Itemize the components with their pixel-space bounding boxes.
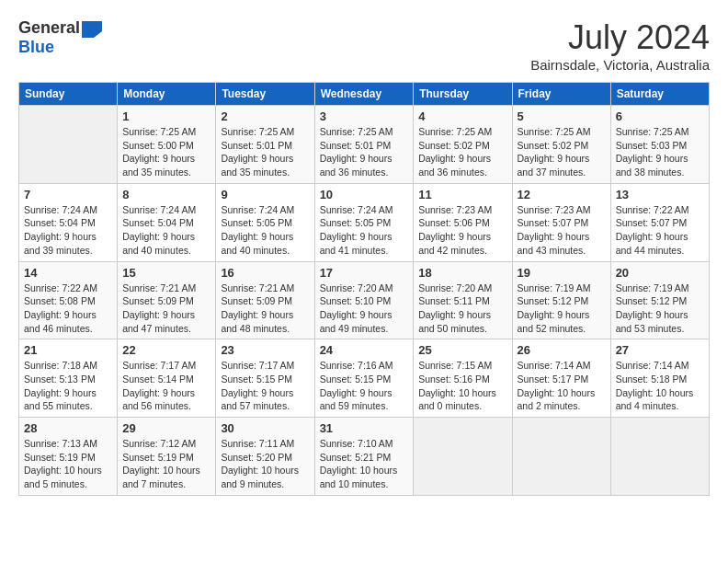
day-number: 11 bbox=[418, 188, 506, 201]
sunset-text: Sunset: 5:05 PM bbox=[320, 217, 392, 228]
day-number: 6 bbox=[616, 109, 704, 123]
header-thursday: Thursday bbox=[414, 83, 512, 106]
day-number: 31 bbox=[320, 421, 409, 435]
sunset-text: Sunset: 5:19 PM bbox=[24, 452, 96, 463]
day-info: Sunrise: 7:24 AM Sunset: 5:04 PM Dayligh… bbox=[122, 203, 210, 258]
sunrise-text: Sunrise: 7:15 AM bbox=[418, 360, 492, 371]
day-number: 27 bbox=[616, 343, 704, 357]
logo-blue-text: Blue bbox=[18, 38, 54, 57]
sunset-text: Sunset: 5:18 PM bbox=[616, 373, 688, 385]
day-number: 18 bbox=[418, 266, 506, 280]
daylight-text: Daylight: 9 hours and 46 minutes. bbox=[24, 309, 97, 334]
day-info: Sunrise: 7:17 AM Sunset: 5:14 PM Dayligh… bbox=[122, 359, 210, 413]
daylight-text: Daylight: 9 hours and 43 minutes. bbox=[518, 231, 590, 256]
day-info: Sunrise: 7:25 AM Sunset: 5:01 PM Dayligh… bbox=[320, 125, 409, 179]
table-row: 13 Sunrise: 7:22 AM Sunset: 5:07 PM Dayl… bbox=[610, 183, 709, 261]
daylight-text: Daylight: 9 hours and 50 minutes. bbox=[418, 309, 491, 334]
table-row: 17 Sunrise: 7:20 AM Sunset: 5:10 PM Dayl… bbox=[314, 261, 414, 339]
sunset-text: Sunset: 5:17 PM bbox=[518, 373, 589, 385]
sunrise-text: Sunrise: 7:24 AM bbox=[24, 204, 97, 215]
daylight-text: Daylight: 9 hours and 36 minutes. bbox=[418, 153, 491, 178]
table-row bbox=[19, 106, 118, 184]
daylight-text: Daylight: 9 hours and 40 minutes. bbox=[122, 231, 195, 256]
day-info: Sunrise: 7:24 AM Sunset: 5:04 PM Dayligh… bbox=[24, 203, 112, 258]
sunset-text: Sunset: 5:20 PM bbox=[221, 452, 292, 463]
day-info: Sunrise: 7:11 AM Sunset: 5:20 PM Dayligh… bbox=[221, 437, 309, 491]
sunrise-text: Sunrise: 7:25 AM bbox=[320, 126, 393, 137]
daylight-text: Daylight: 10 hours and 0 minutes. bbox=[418, 387, 496, 412]
day-info: Sunrise: 7:13 AM Sunset: 5:19 PM Dayligh… bbox=[24, 437, 112, 491]
sunrise-text: Sunrise: 7:22 AM bbox=[616, 204, 689, 215]
calendar-week-row: 1 Sunrise: 7:25 AM Sunset: 5:00 PM Dayli… bbox=[19, 106, 710, 184]
svg-marker-0 bbox=[82, 21, 102, 38]
day-number: 3 bbox=[320, 109, 409, 123]
table-row: 14 Sunrise: 7:22 AM Sunset: 5:08 PM Dayl… bbox=[19, 261, 118, 339]
day-info: Sunrise: 7:24 AM Sunset: 5:05 PM Dayligh… bbox=[320, 203, 409, 258]
daylight-text: Daylight: 9 hours and 35 minutes. bbox=[221, 153, 293, 178]
daylight-text: Daylight: 9 hours and 35 minutes. bbox=[122, 153, 195, 178]
daylight-text: Daylight: 10 hours and 5 minutes. bbox=[24, 465, 102, 489]
sunrise-text: Sunrise: 7:25 AM bbox=[616, 126, 689, 137]
sunrise-text: Sunrise: 7:17 AM bbox=[221, 360, 294, 371]
day-info: Sunrise: 7:25 AM Sunset: 5:03 PM Dayligh… bbox=[616, 125, 704, 179]
day-info: Sunrise: 7:10 AM Sunset: 5:21 PM Dayligh… bbox=[320, 437, 409, 491]
sunset-text: Sunset: 5:04 PM bbox=[122, 217, 194, 228]
table-row: 10 Sunrise: 7:24 AM Sunset: 5:05 PM Dayl… bbox=[314, 183, 414, 261]
header-saturday: Saturday bbox=[610, 83, 709, 106]
day-info: Sunrise: 7:21 AM Sunset: 5:09 PM Dayligh… bbox=[221, 282, 309, 336]
day-info: Sunrise: 7:22 AM Sunset: 5:08 PM Dayligh… bbox=[24, 282, 112, 336]
daylight-text: Daylight: 10 hours and 7 minutes. bbox=[122, 465, 200, 489]
logo-general-text: General bbox=[18, 18, 80, 38]
day-info: Sunrise: 7:18 AM Sunset: 5:13 PM Dayligh… bbox=[24, 359, 112, 413]
daylight-text: Daylight: 9 hours and 36 minutes. bbox=[320, 153, 392, 178]
table-row: 2 Sunrise: 7:25 AM Sunset: 5:01 PM Dayli… bbox=[216, 106, 314, 184]
day-info: Sunrise: 7:25 AM Sunset: 5:00 PM Dayligh… bbox=[122, 125, 210, 179]
day-info: Sunrise: 7:14 AM Sunset: 5:17 PM Dayligh… bbox=[518, 359, 606, 413]
day-number: 14 bbox=[24, 266, 112, 280]
table-row bbox=[512, 418, 610, 496]
day-info: Sunrise: 7:25 AM Sunset: 5:02 PM Dayligh… bbox=[518, 125, 606, 179]
sunset-text: Sunset: 5:14 PM bbox=[122, 373, 194, 385]
daylight-text: Daylight: 9 hours and 41 minutes. bbox=[320, 231, 392, 256]
sunset-text: Sunset: 5:04 PM bbox=[24, 217, 96, 228]
sunset-text: Sunset: 5:01 PM bbox=[320, 140, 392, 151]
day-number: 10 bbox=[320, 188, 409, 201]
sunrise-text: Sunrise: 7:24 AM bbox=[320, 204, 393, 215]
sunset-text: Sunset: 5:00 PM bbox=[122, 140, 194, 151]
day-number: 12 bbox=[518, 188, 606, 201]
sunrise-text: Sunrise: 7:14 AM bbox=[616, 360, 689, 371]
day-number: 13 bbox=[616, 188, 704, 201]
page-header: General Blue July 2024 Bairnsdale, Victo… bbox=[18, 18, 710, 73]
sunrise-text: Sunrise: 7:25 AM bbox=[418, 126, 492, 137]
day-number: 4 bbox=[418, 109, 506, 123]
sunrise-text: Sunrise: 7:19 AM bbox=[518, 282, 591, 293]
daylight-text: Daylight: 9 hours and 39 minutes. bbox=[24, 231, 97, 256]
sunset-text: Sunset: 5:05 PM bbox=[221, 217, 292, 228]
sunset-text: Sunset: 5:16 PM bbox=[418, 373, 490, 385]
sunset-text: Sunset: 5:15 PM bbox=[320, 373, 392, 385]
table-row: 18 Sunrise: 7:20 AM Sunset: 5:11 PM Dayl… bbox=[414, 261, 512, 339]
logo: General Blue bbox=[18, 18, 102, 57]
day-info: Sunrise: 7:25 AM Sunset: 5:01 PM Dayligh… bbox=[221, 125, 309, 179]
sunset-text: Sunset: 5:12 PM bbox=[518, 295, 589, 306]
sunrise-text: Sunrise: 7:13 AM bbox=[24, 438, 97, 449]
table-row: 31 Sunrise: 7:10 AM Sunset: 5:21 PM Dayl… bbox=[314, 418, 414, 496]
daylight-text: Daylight: 10 hours and 9 minutes. bbox=[221, 465, 299, 489]
day-number: 23 bbox=[221, 343, 309, 357]
day-info: Sunrise: 7:15 AM Sunset: 5:16 PM Dayligh… bbox=[418, 359, 506, 413]
daylight-text: Daylight: 9 hours and 59 minutes. bbox=[320, 387, 392, 412]
sunrise-text: Sunrise: 7:10 AM bbox=[320, 438, 393, 449]
day-number: 20 bbox=[616, 266, 704, 280]
sunrise-text: Sunrise: 7:24 AM bbox=[122, 204, 196, 215]
day-info: Sunrise: 7:17 AM Sunset: 5:15 PM Dayligh… bbox=[221, 359, 309, 413]
header-wednesday: Wednesday bbox=[314, 83, 414, 106]
daylight-text: Daylight: 9 hours and 57 minutes. bbox=[221, 387, 293, 412]
day-info: Sunrise: 7:23 AM Sunset: 5:06 PM Dayligh… bbox=[418, 203, 506, 258]
day-number: 16 bbox=[221, 266, 309, 280]
table-row: 29 Sunrise: 7:12 AM Sunset: 5:19 PM Dayl… bbox=[118, 418, 216, 496]
table-row: 22 Sunrise: 7:17 AM Sunset: 5:14 PM Dayl… bbox=[118, 339, 216, 418]
daylight-text: Daylight: 9 hours and 38 minutes. bbox=[616, 153, 688, 178]
daylight-text: Daylight: 9 hours and 42 minutes. bbox=[418, 231, 491, 256]
sunrise-text: Sunrise: 7:23 AM bbox=[418, 204, 492, 215]
table-row: 1 Sunrise: 7:25 AM Sunset: 5:00 PM Dayli… bbox=[118, 106, 216, 184]
